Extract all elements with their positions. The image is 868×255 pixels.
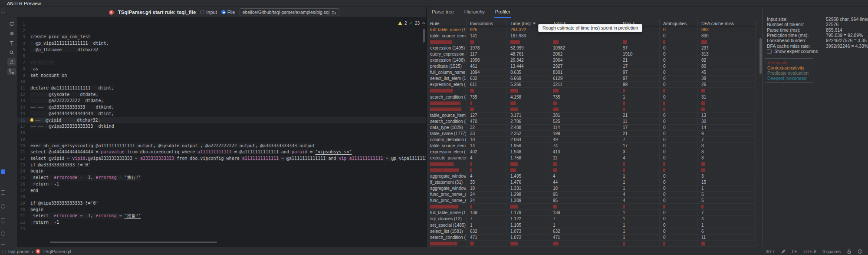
table-row[interactable]: column_definition (1421)182.06449707 <box>427 137 756 143</box>
editor-line[interactable]: 31 select errorcode = -1, errormsg = '准备… <box>17 213 426 219</box>
editor-line[interactable]: 9set nocount on <box>17 72 426 79</box>
tab-hierarchy[interactable]: Hierarchy <box>464 7 486 18</box>
table-scrollbar[interactable] <box>760 38 762 74</box>
search-icon[interactable] <box>7 49 16 56</box>
editor-line[interactable]: 10 <box>17 78 426 85</box>
file-radio[interactable]: File <box>221 10 235 15</box>
editor-line[interactable]: 32 return -1 <box>17 219 426 225</box>
editor-line[interactable]: 18 <box>17 129 426 136</box>
tool-stripe-icon[interactable] <box>1 190 5 195</box>
table-row[interactable]: expression_elem (1589)4021.948413308 <box>427 149 756 155</box>
file-path-input[interactable]: ebelice/Github/tsql-parser/examples/big.… <box>240 8 340 16</box>
active-tool-stripe-icon[interactable] <box>1 169 5 174</box>
table-row[interactable]: table_source_item (15...141.959741708 <box>427 143 756 149</box>
radio-selected-icon[interactable] <box>221 10 226 14</box>
table-row[interactable]: sql_clauses (12)71.1227104 <box>427 216 756 222</box>
table-row[interactable]: expression_elem (1590)6115.266321199026 <box>427 82 756 88</box>
table-row[interactable]: search_condition (1516)4711.0724711011 <box>427 235 756 241</box>
folder-icon[interactable] <box>332 10 336 15</box>
table-row[interactable]: data_type (1829)322.48811417014 <box>427 125 756 131</box>
indent-selector[interactable]: 4 spaces <box>822 249 841 254</box>
editor-line[interactable]: 20exec nb_com_getsysconfig @a11111111111… <box>17 142 426 149</box>
table-row[interactable]: ████████ ██████████████████ <box>427 204 756 210</box>
table-row[interactable]: █████████████ (███████████████ <box>427 241 756 247</box>
radio-circle-icon[interactable] <box>200 10 204 14</box>
table-row[interactable]: table_source_item (15...1273.17138121013 <box>427 113 756 119</box>
editor-line[interactable]: 27end <box>17 187 426 194</box>
editor-vertical-scrollbar[interactable] <box>423 29 425 43</box>
table-row[interactable]: select_list (1581)6321.073632106 <box>427 229 756 235</box>
stop-square-icon[interactable] <box>7 30 16 37</box>
table-row[interactable]: full_column_name (17...10948.63583019704… <box>427 70 756 76</box>
table-row[interactable]: ████████████████.██████████ <box>427 88 756 94</box>
code-editor[interactable]: 123create proc up_com_test4 @p_vipa11111… <box>17 17 426 247</box>
editor-line[interactable]: 25 select errorcode = -1, errormsg = '执行… <box>17 174 426 181</box>
table-row[interactable]: expression (1498)199820.342206421082 <box>427 57 756 63</box>
tool-stripe-icon[interactable] <box>1 204 5 209</box>
editor-line[interactable]: 19 <box>17 136 426 142</box>
table-row[interactable]: func_proc_name_serv...241.28995405 <box>427 198 756 204</box>
editor-line[interactable]: 2 <box>17 27 426 34</box>
parse-tree-icon[interactable] <box>7 68 16 75</box>
editor-line[interactable]: 4 @p_vipa1111111111111 dtint, <box>17 40 426 46</box>
chevron-up-icon[interactable] <box>422 22 426 25</box>
column-header-ambiguities[interactable]: Ambiguities <box>660 19 698 26</box>
editor-line[interactable]: 30begin <box>17 206 426 213</box>
error-indicator-icon[interactable] <box>858 249 863 254</box>
editor-line[interactable]: 17—— —— @vipa333333333333 dtkind <box>17 123 426 130</box>
column-header-invocations[interactable]: Invocations <box>467 19 507 26</box>
tool-stripe-icon[interactable] <box>1 232 5 236</box>
breadcrumb-file[interactable]: TSqlParser.g4 <box>43 249 72 254</box>
table-row[interactable]: select_list_elem (1592)6326.669612997038 <box>427 76 756 82</box>
table-row[interactable]: ████████ ████████ ███████████ <box>427 100 756 106</box>
table-row[interactable]: func_proc_name_data...241.29895405 <box>427 192 756 198</box>
table-row[interactable]: aggregate_windowed...41.4954103 <box>427 173 756 179</box>
table-row[interactable]: ███ ██████ ███████████████ <box>427 161 756 167</box>
table-row[interactable]: if_statement (31)351.476441015 <box>427 179 756 185</box>
table-row[interactable]: execute_parameter (1...41.75811403 <box>427 155 756 161</box>
editor-line[interactable]: 1 <box>17 21 426 27</box>
editor-line[interactable]: 6 <box>17 53 426 60</box>
editor-line[interactable]: 33 <box>17 225 426 232</box>
tab-parse-tree[interactable]: Parse tree <box>431 7 455 18</box>
tool-stripe-icon[interactable] <box>1 218 5 222</box>
table-row[interactable]: ███████ ███████ ████████████ <box>427 167 756 173</box>
editor-line[interactable]: 21select @a444444444444444 = paravalue f… <box>17 149 426 155</box>
intention-bulb-icon[interactable] <box>30 118 33 122</box>
checkbox-icon[interactable] <box>767 49 772 54</box>
table-row[interactable]: predicate (1525)46113.444292717080 <box>427 63 756 70</box>
editor-line[interactable]: 26 return -1 <box>17 181 426 187</box>
editor-line[interactable]: 15—— —— @a444444444444444 dtint, <box>17 110 426 117</box>
table-row[interactable]: aggregate_windowed...181.33118101 <box>427 185 756 192</box>
line-ending-selector[interactable]: LF <box>792 249 797 254</box>
editor-line[interactable]: 12—— —— @sysdate dtdate, <box>17 91 426 98</box>
table-row[interactable]: table_name (1777)332.2521992109 <box>427 131 756 137</box>
editor-line[interactable]: 13—— —— @a2222222222 dtdate, <box>17 98 426 104</box>
table-row[interactable]: table_source_item (16...141167.9830830 <box>427 33 756 39</box>
tab-profiler[interactable]: Profiler <box>494 7 511 18</box>
table-row[interactable]: search_condition (1517)4702.78652511030 <box>427 119 756 125</box>
show-expert-columns-checkbox[interactable]: Show expert columns <box>767 49 818 54</box>
table-row[interactable]: set_special (1485)11.1051101 <box>427 222 756 229</box>
text-input-icon[interactable] <box>7 39 16 46</box>
editor-line[interactable]: 5 @p_tblname dtchar32 <box>17 46 426 53</box>
editor-line[interactable]: 22select @vipid = vipid,@vipa33333333333… <box>17 155 426 162</box>
editor-line[interactable]: 24begin <box>17 168 426 175</box>
table-row[interactable]: expression (1495)197852.99910982970237 <box>427 45 756 51</box>
table-row[interactable]: query_expression (1527)11748.76120621910… <box>427 51 756 57</box>
input-radio[interactable]: Input <box>200 10 217 15</box>
encoding-selector[interactable]: UTF-8 <box>803 249 816 254</box>
editor-line[interactable]: 3create proc up_com_test <box>17 33 426 40</box>
editor-line[interactable]: 7-- -- -- <box>17 59 426 66</box>
highlighting-off-pen-icon[interactable] <box>781 249 786 254</box>
editor-line[interactable]: 29if @vipa333333333333 !='0' <box>17 200 426 206</box>
editor-line[interactable]: 28 <box>17 193 426 200</box>
editor-line[interactable]: 11declare @a1111111111111 dtint, <box>17 85 426 91</box>
table-row[interactable]: full_table_name (1773)1391.179139107 <box>427 210 756 216</box>
tool-stripe-icon[interactable] <box>1 9 5 13</box>
table-row[interactable]: ██████████ (██████.████████████ <box>427 39 756 45</box>
editor-line[interactable]: 23if @a333333333333 !='0' <box>17 162 426 168</box>
editor-line[interactable]: 16—— @vipid dtchar32, <box>17 117 426 123</box>
editor-horizontal-scrollbar[interactable] <box>50 242 217 243</box>
editor-line[interactable]: 8 as <box>17 66 426 72</box>
